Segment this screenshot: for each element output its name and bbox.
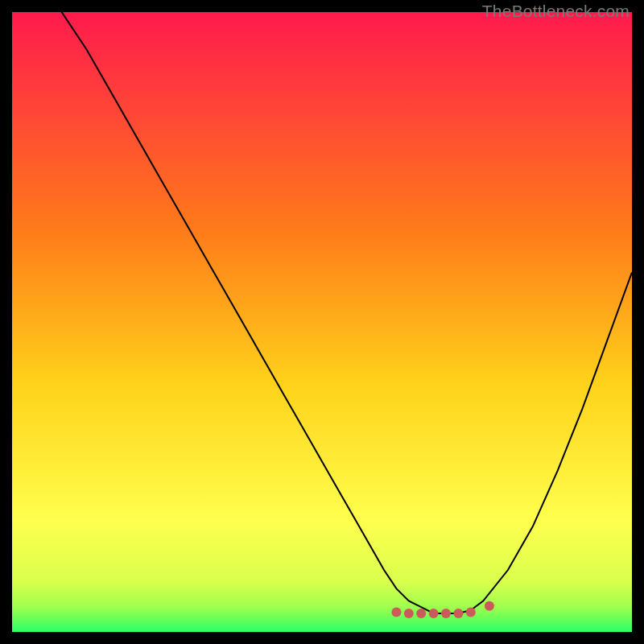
optimal-marker-dot (453, 609, 463, 618)
optimal-marker-dot (466, 607, 476, 617)
gradient-background (12, 12, 632, 632)
optimal-marker-dot (416, 609, 426, 618)
chart-frame (12, 12, 632, 632)
watermark-text: TheBottleneck.com (482, 2, 630, 21)
optimal-marker-dot (391, 607, 401, 617)
optimal-marker-dot (485, 601, 494, 611)
optimal-marker-dot (404, 609, 414, 618)
optimal-marker-dot (441, 609, 451, 618)
optimal-marker-dot (429, 609, 439, 618)
bottleneck-chart (12, 12, 632, 632)
